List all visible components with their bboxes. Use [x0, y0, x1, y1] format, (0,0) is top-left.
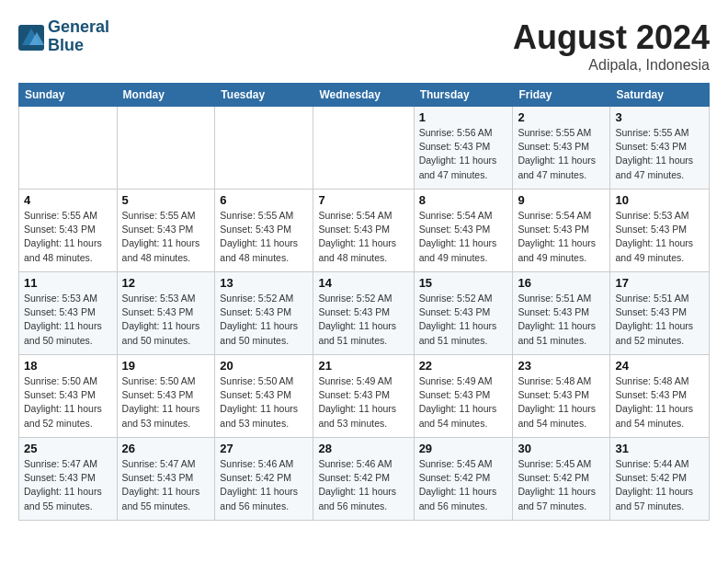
- calendar-cell: 2Sunrise: 5:55 AMSunset: 5:43 PMDaylight…: [513, 107, 610, 190]
- calendar-cell: 16Sunrise: 5:51 AMSunset: 5:43 PMDayligh…: [513, 272, 610, 355]
- day-number: 31: [615, 442, 704, 455]
- calendar-week-row: 18Sunrise: 5:50 AMSunset: 5:43 PMDayligh…: [19, 355, 710, 438]
- day-info: Sunrise: 5:49 AMSunset: 5:43 PMDaylight:…: [318, 374, 408, 431]
- calendar-cell: 26Sunrise: 5:47 AMSunset: 5:43 PMDayligh…: [117, 438, 215, 521]
- logo-line1: General: [48, 18, 109, 37]
- day-info: Sunrise: 5:50 AMSunset: 5:43 PMDaylight:…: [122, 374, 210, 431]
- day-info: Sunrise: 5:55 AMSunset: 5:43 PMDaylight:…: [518, 126, 605, 182]
- day-info: Sunrise: 5:47 AMSunset: 5:43 PMDaylight:…: [122, 457, 210, 513]
- month-title: August 2024: [513, 18, 710, 57]
- weekday-header: Wednesday: [313, 84, 414, 107]
- location: Adipala, Indonesia: [513, 57, 710, 74]
- day-number: 14: [318, 276, 408, 290]
- calendar-cell: [19, 107, 118, 190]
- calendar-cell: 15Sunrise: 5:52 AMSunset: 5:43 PMDayligh…: [414, 272, 513, 355]
- weekday-header: Saturday: [610, 84, 710, 107]
- day-number: 20: [220, 359, 308, 373]
- calendar-cell: 25Sunrise: 5:47 AMSunset: 5:43 PMDayligh…: [19, 438, 118, 521]
- day-info: Sunrise: 5:51 AMSunset: 5:43 PMDaylight:…: [518, 292, 605, 348]
- day-number: 30: [518, 442, 605, 455]
- day-info: Sunrise: 5:49 AMSunset: 5:43 PMDaylight:…: [419, 374, 508, 431]
- calendar-cell: [117, 107, 215, 190]
- calendar-week-row: 1Sunrise: 5:56 AMSunset: 5:43 PMDaylight…: [19, 107, 710, 190]
- day-number: 5: [122, 193, 210, 207]
- weekday-header: Sunday: [19, 84, 118, 107]
- day-info: Sunrise: 5:44 AMSunset: 5:42 PMDaylight:…: [615, 457, 704, 513]
- calendar-table: SundayMondayTuesdayWednesdayThursdayFrid…: [18, 83, 710, 521]
- day-info: Sunrise: 5:55 AMSunset: 5:43 PMDaylight:…: [24, 209, 112, 265]
- day-number: 27: [220, 442, 308, 455]
- weekday-header: Thursday: [414, 84, 513, 107]
- day-info: Sunrise: 5:55 AMSunset: 5:43 PMDaylight:…: [220, 209, 308, 265]
- calendar-cell: 14Sunrise: 5:52 AMSunset: 5:43 PMDayligh…: [313, 272, 414, 355]
- calendar-cell: 9Sunrise: 5:54 AMSunset: 5:43 PMDaylight…: [513, 190, 610, 272]
- day-info: Sunrise: 5:45 AMSunset: 5:42 PMDaylight:…: [419, 457, 508, 513]
- day-number: 9: [518, 193, 605, 207]
- day-info: Sunrise: 5:54 AMSunset: 5:43 PMDaylight:…: [518, 209, 605, 265]
- day-number: 26: [122, 442, 210, 455]
- day-number: 16: [518, 276, 605, 290]
- day-info: Sunrise: 5:50 AMSunset: 5:43 PMDaylight:…: [24, 374, 112, 431]
- calendar-cell: 19Sunrise: 5:50 AMSunset: 5:43 PMDayligh…: [117, 355, 215, 438]
- day-number: 1: [419, 110, 508, 124]
- calendar-cell: 8Sunrise: 5:54 AMSunset: 5:43 PMDaylight…: [414, 190, 513, 272]
- day-info: Sunrise: 5:46 AMSunset: 5:42 PMDaylight:…: [220, 457, 308, 513]
- page-header: General Blue August 2024 Adipala, Indone…: [18, 18, 710, 74]
- day-info: Sunrise: 5:55 AMSunset: 5:43 PMDaylight:…: [615, 126, 704, 182]
- day-info: Sunrise: 5:53 AMSunset: 5:43 PMDaylight:…: [615, 209, 704, 265]
- title-block: August 2024 Adipala, Indonesia: [513, 18, 710, 74]
- day-number: 28: [318, 442, 408, 455]
- day-number: 29: [419, 442, 508, 455]
- weekday-header: Monday: [117, 84, 215, 107]
- day-number: 25: [24, 442, 112, 455]
- calendar-cell: 7Sunrise: 5:54 AMSunset: 5:43 PMDaylight…: [313, 190, 414, 272]
- day-number: 12: [122, 276, 210, 290]
- calendar-cell: 30Sunrise: 5:45 AMSunset: 5:42 PMDayligh…: [513, 438, 610, 521]
- day-number: 18: [24, 359, 112, 373]
- day-number: 13: [220, 276, 308, 290]
- calendar-cell: 28Sunrise: 5:46 AMSunset: 5:42 PMDayligh…: [313, 438, 414, 521]
- day-number: 23: [518, 359, 605, 373]
- calendar-week-row: 11Sunrise: 5:53 AMSunset: 5:43 PMDayligh…: [19, 272, 710, 355]
- calendar-cell: [215, 107, 313, 190]
- calendar-cell: 4Sunrise: 5:55 AMSunset: 5:43 PMDaylight…: [19, 190, 118, 272]
- calendar-cell: 12Sunrise: 5:53 AMSunset: 5:43 PMDayligh…: [117, 272, 215, 355]
- logo-icon: [18, 25, 44, 51]
- calendar-cell: 6Sunrise: 5:55 AMSunset: 5:43 PMDaylight…: [215, 190, 313, 272]
- day-info: Sunrise: 5:54 AMSunset: 5:43 PMDaylight:…: [419, 209, 508, 265]
- calendar-cell: 18Sunrise: 5:50 AMSunset: 5:43 PMDayligh…: [19, 355, 118, 438]
- calendar-cell: 23Sunrise: 5:48 AMSunset: 5:43 PMDayligh…: [513, 355, 610, 438]
- day-info: Sunrise: 5:56 AMSunset: 5:43 PMDaylight:…: [419, 126, 508, 182]
- day-number: 2: [518, 110, 605, 124]
- calendar-cell: 22Sunrise: 5:49 AMSunset: 5:43 PMDayligh…: [414, 355, 513, 438]
- logo-line2: Blue: [48, 37, 109, 55]
- day-info: Sunrise: 5:51 AMSunset: 5:43 PMDaylight:…: [615, 292, 704, 348]
- day-number: 21: [318, 359, 408, 373]
- day-number: 17: [615, 276, 704, 290]
- weekday-header: Friday: [513, 84, 610, 107]
- calendar-header: SundayMondayTuesdayWednesdayThursdayFrid…: [19, 84, 710, 107]
- day-info: Sunrise: 5:47 AMSunset: 5:43 PMDaylight:…: [24, 457, 112, 513]
- day-number: 10: [615, 193, 704, 207]
- day-info: Sunrise: 5:55 AMSunset: 5:43 PMDaylight:…: [122, 209, 210, 265]
- calendar-cell: 13Sunrise: 5:52 AMSunset: 5:43 PMDayligh…: [215, 272, 313, 355]
- calendar-cell: 10Sunrise: 5:53 AMSunset: 5:43 PMDayligh…: [610, 190, 710, 272]
- calendar-cell: 29Sunrise: 5:45 AMSunset: 5:42 PMDayligh…: [414, 438, 513, 521]
- calendar-week-row: 25Sunrise: 5:47 AMSunset: 5:43 PMDayligh…: [19, 438, 710, 521]
- logo: General Blue: [18, 18, 109, 55]
- day-number: 15: [419, 276, 508, 290]
- day-info: Sunrise: 5:53 AMSunset: 5:43 PMDaylight:…: [24, 292, 112, 348]
- day-number: 22: [419, 359, 508, 373]
- day-number: 6: [220, 193, 308, 207]
- calendar-cell: 20Sunrise: 5:50 AMSunset: 5:43 PMDayligh…: [215, 355, 313, 438]
- calendar-cell: 1Sunrise: 5:56 AMSunset: 5:43 PMDaylight…: [414, 107, 513, 190]
- calendar-cell: 31Sunrise: 5:44 AMSunset: 5:42 PMDayligh…: [610, 438, 710, 521]
- calendar-cell: 24Sunrise: 5:48 AMSunset: 5:43 PMDayligh…: [610, 355, 710, 438]
- day-number: 3: [615, 110, 704, 124]
- day-info: Sunrise: 5:54 AMSunset: 5:43 PMDaylight:…: [318, 209, 408, 265]
- calendar-week-row: 4Sunrise: 5:55 AMSunset: 5:43 PMDaylight…: [19, 190, 710, 272]
- day-info: Sunrise: 5:52 AMSunset: 5:43 PMDaylight:…: [318, 292, 408, 348]
- day-info: Sunrise: 5:50 AMSunset: 5:43 PMDaylight:…: [220, 374, 308, 431]
- day-number: 24: [615, 359, 704, 373]
- day-info: Sunrise: 5:52 AMSunset: 5:43 PMDaylight:…: [220, 292, 308, 348]
